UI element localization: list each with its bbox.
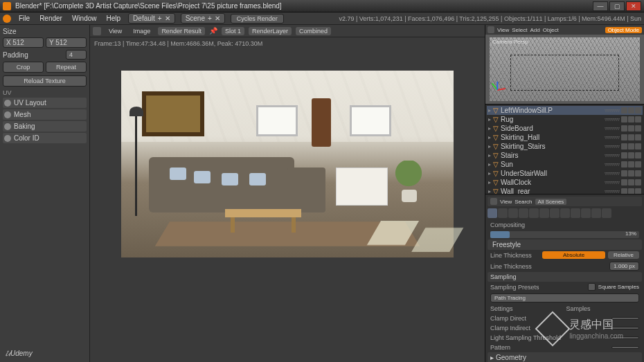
renderable-icon[interactable] — [635, 116, 641, 123]
menu-object[interactable]: Object — [543, 27, 559, 33]
menu-view[interactable]: View — [105, 27, 125, 35]
modifiers-tab-icon[interactable] — [550, 208, 560, 218]
outliner-item[interactable]: ▸▽Wall_rear▿▿▿▿▿▿▿ — [487, 187, 643, 194]
expand-icon[interactable]: ▸ — [488, 152, 491, 159]
selectable-icon[interactable] — [628, 116, 634, 123]
menu-view[interactable]: View — [497, 27, 509, 33]
minimize-button[interactable]: — — [593, 1, 608, 11]
outliner-item[interactable]: ▸▽Skirting_Stairs▿▿▿▿▿▿▿ — [487, 142, 643, 151]
pattern-field[interactable] — [611, 346, 639, 349]
object-tab-icon[interactable] — [529, 208, 539, 218]
world-tab-icon[interactable] — [519, 208, 528, 218]
repeat-button[interactable]: Repeat — [46, 62, 87, 73]
expand-icon[interactable]: ▸ — [488, 170, 491, 177]
outliner-item[interactable]: ▸▽Sun▿▿▿▿▿▿▿ — [487, 160, 643, 169]
clamp-direct-field[interactable] — [611, 317, 639, 320]
layer-uv-layout[interactable]: UV Layout — [3, 98, 87, 108]
selectable-icon[interactable] — [628, 152, 634, 159]
constraints-tab-icon[interactable] — [539, 208, 549, 218]
sampling-presets-label[interactable]: Sampling Presets — [490, 284, 585, 291]
sampling-section-header[interactable]: Sampling — [488, 272, 642, 282]
outliner[interactable]: ▸▽LeftWindowSill.P▿▿▿▿▿▿▿▸▽Rug▿▿▿▿▿▿▿▸▽S… — [485, 105, 644, 194]
selectable-icon[interactable] — [628, 179, 634, 185]
mode-dropdown[interactable]: Object Mode — [605, 27, 642, 33]
clamp-indirect-field[interactable] — [611, 327, 639, 329]
menu-help[interactable]: Help — [105, 15, 123, 22]
close-icon[interactable]: ✕ — [215, 15, 220, 22]
visibility-icon[interactable] — [621, 170, 627, 177]
expand-icon[interactable]: ▸ — [488, 125, 491, 132]
eye-icon[interactable] — [4, 123, 11, 130]
menu-render[interactable]: Render — [37, 15, 64, 22]
close-icon[interactable]: ✕ — [165, 15, 170, 22]
renderable-icon[interactable] — [635, 152, 641, 159]
crop-button[interactable]: Crop — [3, 62, 44, 73]
freestyle-section-header[interactable]: Freestyle — [488, 239, 642, 250]
menu-add[interactable]: Add — [530, 27, 539, 33]
selectable-icon[interactable] — [628, 170, 634, 177]
renderable-icon[interactable] — [635, 107, 641, 114]
3d-viewport[interactable]: View Select Add Object Object Mode Camer… — [485, 25, 644, 105]
wireframe-view[interactable]: Camera Persp — [490, 37, 640, 101]
expand-icon[interactable]: ▸ — [488, 134, 491, 141]
expand-icon[interactable]: ▸ — [488, 188, 491, 194]
selectable-icon[interactable] — [628, 161, 634, 168]
layer-mesh[interactable]: Mesh — [3, 109, 87, 120]
visibility-icon[interactable] — [621, 116, 627, 123]
physics-tab-icon[interactable] — [602, 208, 611, 218]
light-sampling-field[interactable] — [611, 336, 639, 339]
render-tab-icon[interactable] — [488, 208, 497, 218]
selectable-icon[interactable] — [628, 125, 634, 132]
selectable-icon[interactable] — [628, 188, 634, 194]
render-viewport[interactable]: Frame:13 | Time:47:34.48 | Mem:4686.36M,… — [90, 37, 485, 362]
expand-icon[interactable]: ▸ — [488, 107, 491, 114]
render-pass-dropdown[interactable]: Combined — [296, 27, 331, 35]
uv-section-header[interactable]: UV — [3, 89, 87, 96]
absolute-button[interactable]: Absolute — [542, 251, 605, 259]
visibility-icon[interactable] — [621, 179, 627, 185]
layer-baking[interactable]: Baking — [3, 121, 87, 132]
visibility-icon[interactable] — [621, 107, 627, 114]
maximize-button[interactable]: ▢ — [609, 1, 625, 11]
render-layer-dropdown[interactable]: RenderLayer — [249, 27, 292, 35]
outliner-item[interactable]: ▸▽Rug▿▿▿▿▿▿▿ — [487, 115, 643, 124]
eye-icon[interactable] — [4, 111, 11, 118]
scene-dropdown[interactable]: Scene+✕ — [181, 13, 225, 24]
selectable-icon[interactable] — [628, 143, 634, 150]
scene-filter[interactable]: All Scenes — [535, 199, 567, 205]
expand-icon[interactable]: ▸ — [488, 143, 491, 150]
eye-icon[interactable] — [4, 135, 11, 142]
slot-dropdown[interactable]: Slot 1 — [222, 27, 244, 35]
visibility-icon[interactable] — [621, 188, 627, 194]
renderable-icon[interactable] — [635, 179, 641, 185]
outliner-item[interactable]: ▸▽WallClock▿▿▿▿▿▿▿ — [487, 178, 643, 187]
renderable-icon[interactable] — [635, 161, 641, 168]
visibility-icon[interactable] — [621, 161, 627, 168]
reload-texture-button[interactable]: Reload Texture — [3, 75, 87, 87]
menu-file[interactable]: File — [17, 15, 32, 22]
render-engine-dropdown[interactable]: Cycles Render — [231, 14, 284, 24]
image-datablock[interactable]: Render Result — [158, 27, 205, 35]
square-samples-checkbox[interactable] — [588, 283, 596, 291]
material-tab-icon[interactable] — [571, 208, 580, 218]
integrator-dropdown[interactable]: Path Tracing — [490, 293, 639, 302]
relative-button[interactable]: Relative — [608, 251, 639, 259]
data-tab-icon[interactable] — [560, 208, 570, 218]
eye-icon[interactable] — [4, 100, 11, 107]
visibility-icon[interactable] — [621, 125, 627, 132]
plus-icon[interactable]: + — [158, 15, 162, 22]
plus-icon[interactable]: + — [208, 15, 212, 22]
menu-window[interactable]: Window — [70, 15, 99, 22]
padding-field[interactable]: 4 — [66, 50, 87, 60]
layer-color-id[interactable]: Color ID — [3, 133, 87, 143]
menu-image[interactable]: Image — [129, 27, 154, 35]
visibility-icon[interactable] — [621, 143, 627, 150]
outliner-item[interactable]: ▸▽Skirting_Hall▿▿▿▿▿▿▿ — [487, 133, 643, 142]
editor-type-icon[interactable] — [488, 26, 494, 33]
selectable-icon[interactable] — [628, 107, 634, 114]
renderable-icon[interactable] — [635, 170, 641, 177]
outliner-item[interactable]: ▸▽SideBoard▿▿▿▿▿▿▿ — [487, 124, 643, 133]
menu-search[interactable]: Search — [515, 199, 532, 205]
renderable-icon[interactable] — [635, 134, 641, 141]
outliner-item[interactable]: ▸▽UnderStairWall▿▿▿▿▿▿▿ — [487, 169, 643, 178]
